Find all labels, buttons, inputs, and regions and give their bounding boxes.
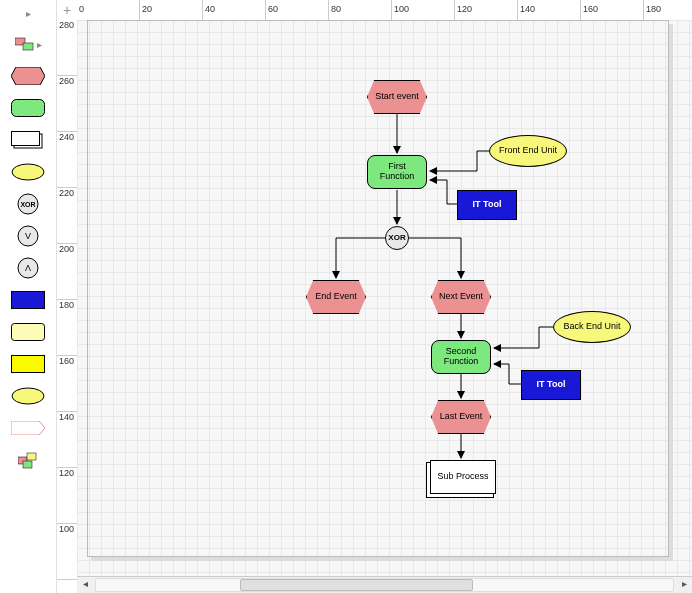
- ruler-h-tick: 40: [203, 0, 266, 20]
- or-connector[interactable]: V: [10, 225, 46, 247]
- ruler-vertical: 280 260 240 220 200 180 160 140 120 100: [57, 20, 78, 577]
- ruler-v-tick: 280: [57, 20, 77, 76]
- node-next-event[interactable]: Next Event: [431, 280, 491, 314]
- node-back-end-unit[interactable]: Back End Unit: [553, 311, 631, 343]
- ruler-h-tick: 60: [266, 0, 329, 20]
- svg-text:Λ: Λ: [25, 263, 31, 273]
- node-end-event[interactable]: End Event: [306, 280, 366, 314]
- svg-rect-5: [12, 132, 40, 146]
- scroll-track[interactable]: [95, 578, 674, 592]
- palette-header: ▸: [0, 8, 56, 23]
- app-root: ▸ ▸ XOR V Λ: [0, 0, 692, 593]
- svg-marker-2: [11, 67, 45, 85]
- org-unit-shape[interactable]: [10, 161, 46, 183]
- svg-rect-3: [12, 100, 45, 117]
- svg-point-6: [12, 164, 44, 180]
- svg-marker-17: [11, 421, 45, 435]
- ruler-h-tick: 0: [77, 0, 140, 20]
- svg-point-16: [12, 388, 44, 404]
- ruler-h-tick: 20: [140, 0, 203, 20]
- ruler-origin-icon[interactable]: +: [57, 0, 78, 21]
- xor-connector[interactable]: XOR: [10, 193, 46, 215]
- node-xor-gateway[interactable]: XOR: [385, 226, 409, 250]
- ruler-v-tick: 160: [57, 356, 77, 412]
- application-system-blue[interactable]: [10, 289, 46, 311]
- horizontal-scrollbar[interactable]: ◂ ▸: [77, 576, 692, 593]
- ruler-h-tick: 100: [392, 0, 455, 20]
- palette-toggle-icon[interactable]: ▸: [10, 33, 46, 55]
- ruler-horizontal: 0 20 40 60 80 100 120 140 160 180 200: [77, 0, 692, 21]
- node-start-event[interactable]: Start event: [367, 80, 427, 114]
- ruler-v-tick: 220: [57, 188, 77, 244]
- node-first-function[interactable]: First Function: [367, 155, 427, 189]
- process-interface-shape[interactable]: [10, 129, 46, 151]
- node-last-event[interactable]: Last Event: [431, 400, 491, 434]
- svg-rect-19: [27, 453, 36, 460]
- ruler-v-tick: 200: [57, 244, 77, 300]
- ruler-v-tick: 260: [57, 76, 77, 132]
- ruler-v-tick: 100: [57, 524, 77, 580]
- node-front-end-unit[interactable]: Front End Unit: [489, 135, 567, 167]
- ruler-v-tick: 180: [57, 300, 77, 356]
- node-sub-process[interactable]: Sub Process: [430, 460, 496, 494]
- event-shape[interactable]: [10, 65, 46, 87]
- canvas-area: + 0 20 40 60 80 100 120 140 160 180 200 …: [57, 0, 692, 593]
- ruler-v-tick: 240: [57, 132, 77, 188]
- scroll-right-icon[interactable]: ▸: [676, 578, 692, 592]
- ruler-h-tick: 140: [518, 0, 581, 20]
- ruler-v-tick: 120: [57, 468, 77, 524]
- process-linker[interactable]: [10, 449, 46, 471]
- ruler-v-tick: 140: [57, 412, 77, 468]
- function-shape[interactable]: [10, 97, 46, 119]
- and-connector[interactable]: Λ: [10, 257, 46, 279]
- drawing-canvas[interactable]: Start event First Function Front End Uni…: [77, 20, 692, 577]
- node-it-tool-2[interactable]: IT Tool: [521, 370, 581, 400]
- ruler-h-tick: 160: [581, 0, 644, 20]
- svg-rect-15: [12, 356, 45, 373]
- scroll-thumb[interactable]: [240, 579, 473, 591]
- ruler-h-tick: 120: [455, 0, 518, 20]
- position-oval[interactable]: [10, 385, 46, 407]
- svg-rect-14: [12, 324, 45, 341]
- ruler-h-tick: 180: [644, 0, 692, 20]
- svg-rect-20: [23, 461, 32, 468]
- cluster-yellow[interactable]: [10, 321, 46, 343]
- shape-palette: ▸ ▸ XOR V Λ: [0, 0, 57, 593]
- scroll-left-icon[interactable]: ◂: [77, 578, 93, 592]
- svg-text:XOR: XOR: [20, 201, 35, 208]
- svg-text:V: V: [25, 231, 31, 241]
- information-object-yellow[interactable]: [10, 353, 46, 375]
- ruler-h-tick: 80: [329, 0, 392, 20]
- svg-rect-13: [12, 292, 45, 309]
- node-it-tool-1[interactable]: IT Tool: [457, 190, 517, 220]
- palette-expand-icon[interactable]: ▸: [26, 8, 31, 19]
- node-second-function[interactable]: Second Function: [431, 340, 491, 374]
- page: Start event First Function Front End Uni…: [77, 20, 692, 577]
- svg-rect-1: [23, 43, 33, 50]
- path-shape[interactable]: [10, 417, 46, 439]
